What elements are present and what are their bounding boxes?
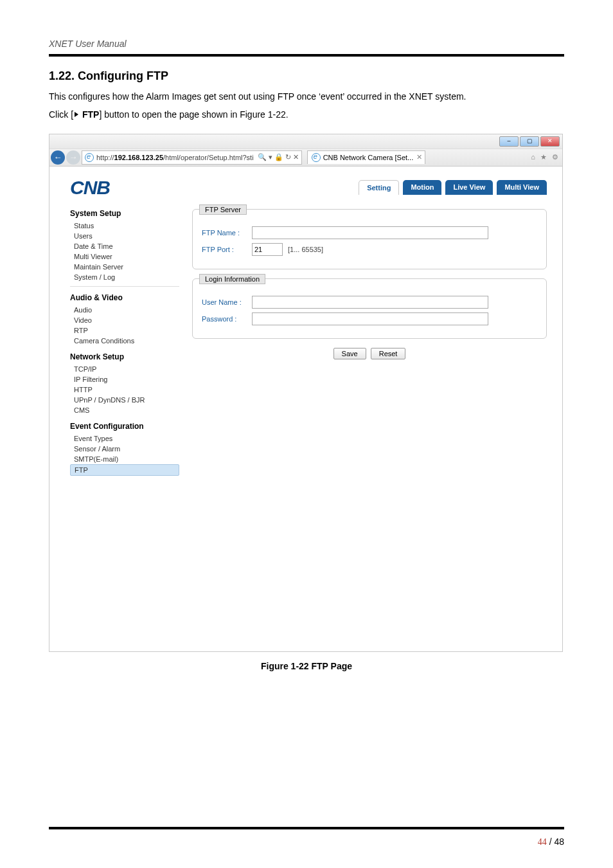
cnb-logo: CNB: [70, 177, 110, 199]
address-url: http://192.168.123.25/html/operator/Setu…: [96, 154, 254, 161]
header-rule: [49, 54, 564, 57]
cnb-header: CNB Setting Motion Live View Multi View: [58, 173, 553, 205]
window-titlebar: – ▢ ✕: [49, 134, 562, 149]
ftp-port-input[interactable]: [252, 243, 283, 256]
ftp-server-fieldset: FTP Server FTP Name : FTP Port : [1... 6…: [192, 209, 547, 269]
ie-icon: [85, 153, 94, 162]
sidebar-item-status[interactable]: Status: [70, 221, 179, 231]
tab-motion[interactable]: Motion: [403, 180, 441, 195]
window-minimize-button[interactable]: –: [499, 136, 519, 147]
password-label: Password :: [202, 315, 247, 323]
sidebar-item-datetime[interactable]: Date & Time: [70, 241, 179, 251]
stop-icon[interactable]: ✕: [293, 153, 299, 161]
ftp-name-label: FTP Name :: [202, 229, 247, 237]
sidebar-item-ftp[interactable]: FTP: [70, 464, 179, 476]
lock-icon: 🔒: [274, 153, 283, 161]
ftp-name-row: FTP Name :: [202, 226, 537, 239]
tab-multi-view[interactable]: Multi View: [497, 180, 547, 195]
click-instruction: Click [ FTP] button to open the page sho…: [49, 107, 564, 122]
sidebar-item-syslog[interactable]: System / Log: [70, 272, 179, 282]
tab-ie-icon: [312, 153, 321, 162]
reset-button[interactable]: Reset: [371, 348, 406, 359]
sidebar-separator: [70, 286, 179, 287]
tab-live-view[interactable]: Live View: [445, 180, 493, 195]
user-label: User Name :: [202, 298, 247, 306]
ftp-port-hint: [1... 65535]: [288, 246, 323, 253]
address-bar[interactable]: http://192.168.123.25/html/operator/Setu…: [82, 150, 302, 165]
page-current: 44: [538, 837, 547, 847]
login-fieldset: Login Information User Name : Password :: [192, 278, 547, 339]
sidebar-group-network: Network Setup: [70, 352, 179, 361]
address-controls: 🔍 ▾ 🔒 ↻ ✕: [258, 153, 299, 161]
running-head: XNET User Manual: [49, 39, 564, 49]
sidebar-item-video[interactable]: Video: [70, 315, 179, 325]
sidebar-item-multiviewer[interactable]: Multi Viewer: [70, 251, 179, 262]
sidebar-group-event: Event Configuration: [70, 422, 179, 431]
tab-strip: CNB Network Camera [Set... ✕: [307, 150, 528, 164]
click-prefix: Click [: [49, 109, 73, 120]
cnb-page: CNB Setting Motion Live View Multi View …: [49, 167, 562, 651]
cnb-sidebar: System Setup Status Users Date & Time Mu…: [70, 209, 179, 476]
screenshot-window: – ▢ ✕ ← → http://192.168.123.25/html/ope…: [49, 134, 563, 652]
nav-back-button[interactable]: ←: [51, 150, 65, 165]
nav-forward-button[interactable]: →: [66, 150, 80, 165]
section-title: 1.22. Configuring FTP: [49, 69, 564, 83]
sidebar-item-audio[interactable]: Audio: [70, 305, 179, 315]
home-icon[interactable]: ⌂: [531, 153, 535, 161]
cnb-main: FTP Server FTP Name : FTP Port : [1... 6…: [192, 209, 547, 476]
login-legend: Login Information: [199, 274, 265, 284]
click-suffix: ] button to open the page shown in Figur…: [99, 109, 288, 120]
sidebar-item-users[interactable]: Users: [70, 231, 179, 241]
sidebar-item-cms[interactable]: CMS: [70, 405, 179, 415]
browser-tab[interactable]: CNB Network Camera [Set... ✕: [307, 150, 426, 164]
password-input[interactable]: [252, 312, 488, 325]
play-triangle-icon: [75, 112, 78, 117]
dropdown-icon[interactable]: ▾: [269, 153, 272, 161]
figure-caption: Figure 1-22 FTP Page: [49, 661, 564, 671]
footer-rule: [49, 827, 564, 829]
ftp-name-input[interactable]: [252, 226, 488, 239]
browser-tool-icons: ⌂ ★ ⚙: [528, 153, 561, 161]
page-total: 48: [554, 836, 564, 847]
sidebar-item-sensor[interactable]: Sensor / Alarm: [70, 444, 179, 454]
sidebar-item-ipfilter[interactable]: IP Filtering: [70, 374, 179, 384]
gear-icon[interactable]: ⚙: [552, 153, 558, 161]
page-number: 44 / 48: [538, 836, 564, 847]
window-close-button[interactable]: ✕: [540, 136, 560, 147]
sidebar-item-smtp[interactable]: SMTP(E-mail): [70, 454, 179, 464]
password-row: Password :: [202, 312, 537, 325]
sidebar-group-system: System Setup: [70, 209, 179, 218]
url-path: /html/operator/Setup.html?sti: [163, 154, 254, 161]
button-row: Save Reset: [192, 348, 547, 359]
sidebar-item-rtp[interactable]: RTP: [70, 325, 179, 336]
url-host: 192.168.123.25: [114, 154, 163, 161]
window-maximize-button[interactable]: ▢: [520, 136, 539, 147]
tab-setting[interactable]: Setting: [359, 180, 399, 195]
tab-close-icon[interactable]: ✕: [416, 153, 422, 161]
sidebar-item-event-types[interactable]: Event Types: [70, 433, 179, 444]
cnb-top-tabs: Setting Motion Live View Multi View: [359, 180, 547, 195]
user-input[interactable]: [252, 296, 488, 309]
url-prefix: http://: [96, 154, 114, 161]
sidebar-item-upnp[interactable]: UPnP / DynDNS / BJR: [70, 395, 179, 405]
ftp-port-label: FTP Port :: [202, 246, 247, 253]
page-sep: /: [547, 836, 555, 847]
search-icon[interactable]: 🔍: [258, 153, 267, 161]
ftp-server-legend: FTP Server: [199, 204, 247, 215]
refresh-icon[interactable]: ↻: [285, 153, 291, 161]
sidebar-item-http[interactable]: HTTP: [70, 384, 179, 395]
click-label: FTP: [82, 109, 99, 120]
browser-toolbar: ← → http://192.168.123.25/html/operator/…: [49, 149, 562, 167]
sidebar-item-camcond[interactable]: Camera Conditions: [70, 336, 179, 346]
user-row: User Name :: [202, 296, 537, 309]
intro-paragraph: This configures how the Alarm Images get…: [49, 89, 564, 104]
save-button[interactable]: Save: [333, 348, 366, 359]
tab-title: CNB Network Camera [Set...: [323, 154, 414, 161]
cnb-body: System Setup Status Users Date & Time Mu…: [58, 205, 553, 476]
sidebar-item-maintain[interactable]: Maintain Server: [70, 262, 179, 272]
sidebar-group-av: Audio & Video: [70, 293, 179, 302]
favorites-icon[interactable]: ★: [540, 153, 547, 161]
ftp-port-row: FTP Port : [1... 65535]: [202, 243, 537, 256]
sidebar-item-tcpip[interactable]: TCP/IP: [70, 364, 179, 374]
